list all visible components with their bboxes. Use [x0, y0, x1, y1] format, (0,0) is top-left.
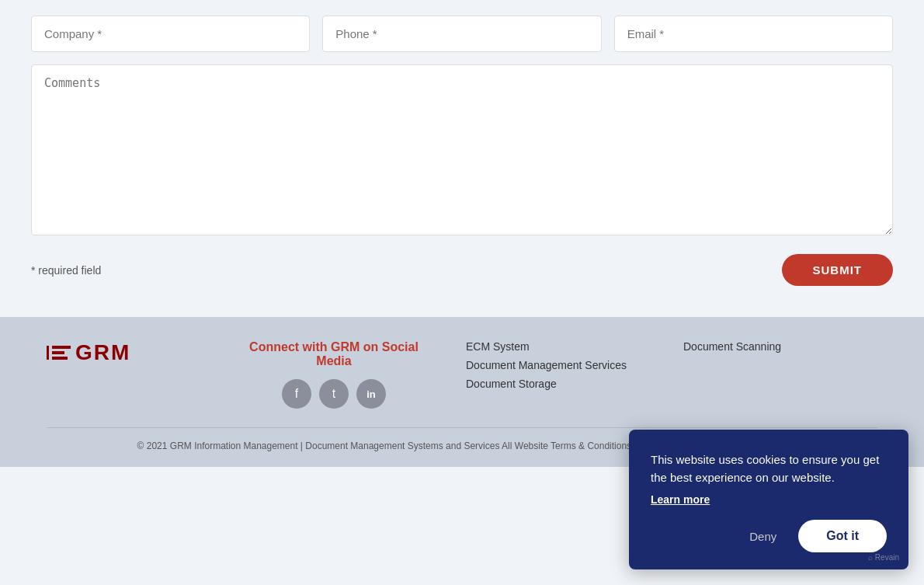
- cookie-learn-more-link[interactable]: Learn more: [651, 493, 710, 506]
- phone-input[interactable]: [322, 16, 601, 52]
- linkedin-icon[interactable]: in: [356, 379, 386, 409]
- twitter-letter: t: [332, 387, 335, 401]
- revain-badge: ⌕ Revain: [868, 553, 899, 562]
- company-input[interactable]: [31, 16, 310, 52]
- social-icons-group: f t in: [282, 379, 386, 409]
- footer-links-col1: ECM System Document Management Services …: [466, 340, 637, 396]
- ecm-system-link[interactable]: ECM System: [466, 340, 637, 353]
- doc-management-link[interactable]: Document Management Services: [466, 359, 637, 371]
- grm-logo-bars-icon: [47, 346, 71, 360]
- cookie-buttons: Deny Got it: [651, 520, 887, 552]
- form-section: * required field SUBMIT: [0, 0, 924, 317]
- comments-textarea[interactable]: [31, 64, 893, 235]
- linkedin-letter: in: [366, 388, 376, 400]
- cookie-message: This website uses cookies to ensure you …: [651, 451, 887, 486]
- revain-text: Revain: [875, 553, 899, 562]
- grm-bar-2: [52, 351, 64, 354]
- footer-links-col2: Document Scanning: [683, 340, 854, 359]
- form-row-1: [31, 16, 893, 52]
- grm-logo-text: GRM: [75, 340, 130, 365]
- footer-top: GRM Connect with GRM on Social Media f t…: [47, 340, 877, 409]
- form-row-comments: [31, 64, 893, 235]
- copyright-text: © 2021 GRM Information Management | Docu…: [137, 440, 512, 451]
- revain-icon: ⌕: [868, 553, 873, 562]
- grm-bar-3: [52, 357, 68, 360]
- grm-bar-1: [52, 346, 71, 349]
- form-footer: * required field SUBMIT: [31, 254, 893, 286]
- twitter-icon[interactable]: t: [319, 379, 349, 409]
- facebook-letter: f: [295, 387, 298, 401]
- facebook-icon[interactable]: f: [282, 379, 311, 409]
- got-it-button[interactable]: Got it: [798, 520, 887, 552]
- grm-logo: GRM: [47, 340, 130, 365]
- submit-button[interactable]: SUBMIT: [782, 254, 894, 286]
- social-title: Connect with GRM on Social Media: [248, 340, 419, 368]
- footer-social-section: Connect with GRM on Social Media f t in: [248, 340, 419, 409]
- cookie-popup: This website uses cookies to ensure you …: [629, 430, 908, 569]
- footer-logo-section: GRM: [47, 340, 202, 365]
- email-input[interactable]: [614, 16, 893, 52]
- required-note: * required field: [31, 264, 101, 277]
- doc-scanning-link[interactable]: Document Scanning: [683, 340, 854, 353]
- deny-button[interactable]: Deny: [737, 524, 789, 549]
- doc-storage-link[interactable]: Document Storage: [466, 378, 637, 390]
